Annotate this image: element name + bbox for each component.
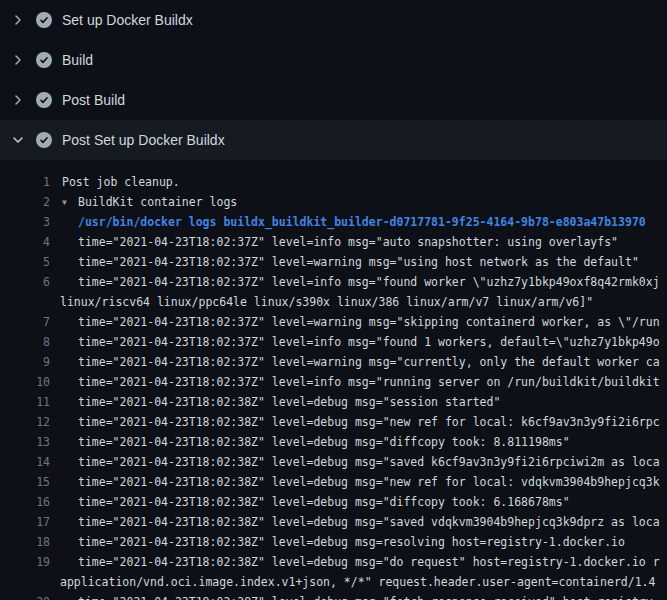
log-line: 1Post job cleanup. <box>0 172 667 192</box>
log-line: 4time="2021-04-23T18:02:37Z" level=info … <box>0 232 667 252</box>
log-line: 11time="2021-04-23T18:02:38Z" level=debu… <box>0 392 667 412</box>
log-line-number[interactable]: 14 <box>0 452 50 472</box>
log-line: 16time="2021-04-23T18:02:38Z" level=debu… <box>0 492 667 512</box>
step-title: Post Build <box>62 92 125 108</box>
log-line-number[interactable]: 17 <box>0 512 50 532</box>
log-line-number[interactable]: 4 <box>0 232 50 252</box>
check-circle-icon <box>36 12 52 28</box>
chevron-right-icon <box>10 92 26 108</box>
log-line-number[interactable]: 6 <box>0 272 50 292</box>
log-line-text: application/vnd.oci.image.index.v1+json,… <box>50 572 667 592</box>
log-line-text: time="2021-04-23T18:02:37Z" level=info m… <box>50 372 667 392</box>
log-line-text: time="2021-04-23T18:02:38Z" level=debug … <box>50 552 667 572</box>
log-line-text: time="2021-04-23T18:02:37Z" level=warnin… <box>50 352 667 372</box>
log-line-text: time="2021-04-23T18:02:38Z" level=debug … <box>50 432 667 452</box>
chevron-right-icon <box>10 12 26 28</box>
group-expanded-icon[interactable]: ▼ <box>62 193 72 212</box>
log-line-number <box>0 572 50 592</box>
log-line-number[interactable]: 16 <box>0 492 50 512</box>
log-line-text: time="2021-04-23T18:02:38Z" level=debug … <box>50 492 667 512</box>
command-text: /usr/bin/docker logs buildx_buildkit_bui… <box>50 212 667 232</box>
log-line-number[interactable]: 15 <box>0 472 50 492</box>
step-title: Post Set up Docker Buildx <box>62 132 225 148</box>
log-line-text: time="2021-04-23T18:02:38Z" level=debug … <box>50 412 667 432</box>
log-line-number[interactable]: 5 <box>0 252 50 272</box>
log-line-text: time="2021-04-23T18:02:37Z" level=warnin… <box>50 312 667 332</box>
check-circle-icon <box>36 132 52 148</box>
log-line-number[interactable]: 9 <box>0 352 50 372</box>
log-line: 10time="2021-04-23T18:02:37Z" level=info… <box>0 372 667 392</box>
step-header-build[interactable]: Build <box>0 40 667 80</box>
log-line-number[interactable]: 3 <box>0 212 50 232</box>
log-line: 12time="2021-04-23T18:02:38Z" level=debu… <box>0 412 667 432</box>
log-line: 8time="2021-04-23T18:02:37Z" level=info … <box>0 332 667 352</box>
log-line: 5time="2021-04-23T18:02:37Z" level=warni… <box>0 252 667 272</box>
step-list: Set up Docker BuildxBuildPost BuildPost … <box>0 0 667 160</box>
log-line-number[interactable]: 20 <box>0 592 50 600</box>
check-circle-icon <box>36 52 52 68</box>
log-line-text: Post job cleanup. <box>50 172 667 192</box>
log-line: 15time="2021-04-23T18:02:38Z" level=debu… <box>0 472 667 492</box>
log-line-number[interactable]: 11 <box>0 392 50 412</box>
log-line-number[interactable]: 12 <box>0 412 50 432</box>
log-line-number[interactable]: 19 <box>0 552 50 572</box>
log-line-number[interactable]: 2 <box>0 192 50 212</box>
log-line: 18time="2021-04-23T18:02:38Z" level=debu… <box>0 532 667 552</box>
log-line: 9time="2021-04-23T18:02:37Z" level=warni… <box>0 352 667 372</box>
chevron-right-icon <box>10 52 26 68</box>
log-line-number <box>0 292 50 312</box>
log-line-number[interactable]: 10 <box>0 372 50 392</box>
step-title: Set up Docker Buildx <box>62 12 193 28</box>
log-line: 14time="2021-04-23T18:02:38Z" level=debu… <box>0 452 667 472</box>
step-header-post-set-up-docker-buildx[interactable]: Post Set up Docker Buildx <box>0 120 667 160</box>
log-line-text: time="2021-04-23T18:02:37Z" level=warnin… <box>50 252 667 272</box>
log-line: 20time="2021-04-23T18:02:38Z" level=debu… <box>0 592 667 600</box>
chevron-down-icon <box>10 132 26 148</box>
log-line-number[interactable]: 8 <box>0 332 50 352</box>
log-line-number[interactable]: 1 <box>0 172 50 192</box>
log-area: 1Post job cleanup.2▼BuildKit container l… <box>0 160 667 600</box>
log-line: 7time="2021-04-23T18:02:37Z" level=warni… <box>0 312 667 332</box>
log-line-text: time="2021-04-23T18:02:38Z" level=debug … <box>50 532 667 552</box>
log-line-text: time="2021-04-23T18:02:38Z" level=debug … <box>50 592 667 600</box>
check-circle-icon <box>36 92 52 108</box>
log-group-header[interactable]: 2▼BuildKit container logs <box>0 192 667 212</box>
log-line: 6time="2021-04-23T18:02:37Z" level=info … <box>0 272 667 292</box>
log-line-text: time="2021-04-23T18:02:38Z" level=debug … <box>50 512 667 532</box>
log-line: application/vnd.oci.image.index.v1+json,… <box>0 572 667 592</box>
log-line-text: time="2021-04-23T18:02:38Z" level=debug … <box>50 452 667 472</box>
log-line-text: time="2021-04-23T18:02:38Z" level=debug … <box>50 392 667 412</box>
workflow-log-viewer: Set up Docker BuildxBuildPost BuildPost … <box>0 0 667 600</box>
log-line-text: time="2021-04-23T18:02:38Z" level=debug … <box>50 472 667 492</box>
log-line-number[interactable]: 7 <box>0 312 50 332</box>
step-header-set-up-docker-buildx[interactable]: Set up Docker Buildx <box>0 0 667 40</box>
log-line: linux/riscv64 linux/ppc64le linux/s390x … <box>0 292 667 312</box>
log-line-text: time="2021-04-23T18:02:37Z" level=info m… <box>50 232 667 252</box>
log-line-number[interactable]: 13 <box>0 432 50 452</box>
log-line: 17time="2021-04-23T18:02:38Z" level=debu… <box>0 512 667 532</box>
step-title: Build <box>62 52 93 68</box>
log-line-text: time="2021-04-23T18:02:37Z" level=info m… <box>50 332 667 352</box>
log-line: 13time="2021-04-23T18:02:38Z" level=debu… <box>0 432 667 452</box>
step-header-post-build[interactable]: Post Build <box>0 80 667 120</box>
log-line-text: ▼BuildKit container logs <box>50 192 667 212</box>
log-line: 3/usr/bin/docker logs buildx_buildkit_bu… <box>0 212 667 232</box>
log-line: 19time="2021-04-23T18:02:38Z" level=debu… <box>0 552 667 572</box>
log-line-text: linux/riscv64 linux/ppc64le linux/s390x … <box>50 292 667 312</box>
log-line-number[interactable]: 18 <box>0 532 50 552</box>
log-line-text: time="2021-04-23T18:02:37Z" level=info m… <box>50 272 667 292</box>
